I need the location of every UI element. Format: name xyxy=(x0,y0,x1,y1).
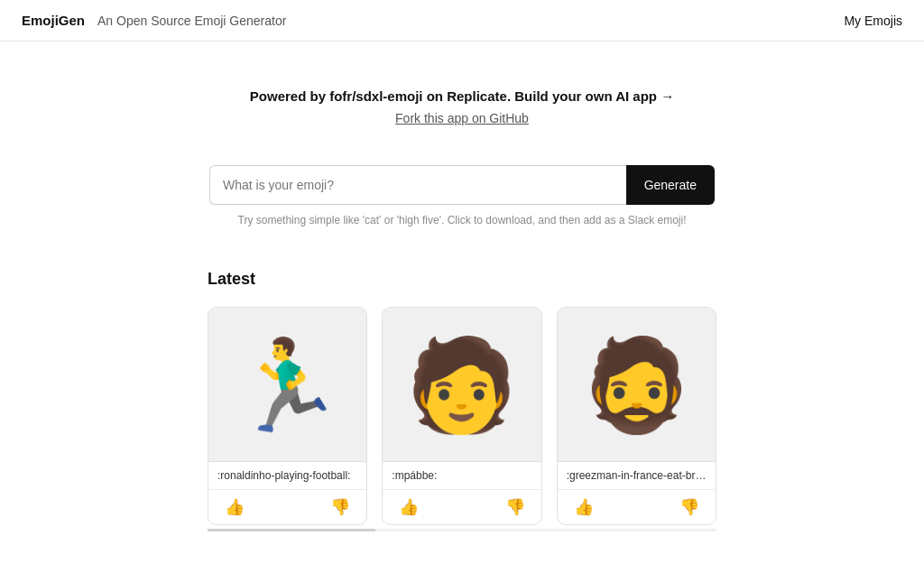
emoji-actions: 👍👎 xyxy=(383,489,541,524)
emoji-label: :greezman-in-france-eat-bre... xyxy=(558,461,716,489)
emoji-label: :ronaldinho-playing-football: xyxy=(208,461,366,489)
search-input[interactable] xyxy=(209,165,626,205)
header: EmojiGen An Open Source Emoji Generator … xyxy=(0,0,924,42)
header-tagline: An Open Source Emoji Generator xyxy=(97,14,286,28)
powered-text: Powered by fofr/sdxl-emoji on Replicate.… xyxy=(22,88,902,104)
my-emojis-link[interactable]: My Emojis xyxy=(844,14,902,28)
latest-title: Latest xyxy=(208,270,716,289)
generate-button[interactable]: Generate xyxy=(626,165,715,205)
upvote-button[interactable]: 👍 xyxy=(395,495,422,519)
hero-section: Powered by fofr/sdxl-emoji on Replicate.… xyxy=(0,42,924,125)
progress-bar xyxy=(208,529,375,531)
downvote-button[interactable]: 👎 xyxy=(502,495,529,519)
header-left: EmojiGen An Open Source Emoji Generator xyxy=(22,13,286,28)
emoji-card[interactable]: 🧔:greezman-in-france-eat-bre...👍👎 xyxy=(557,307,716,525)
emoji-card[interactable]: 🏃‍♂️:ronaldinho-playing-football:👍👎 xyxy=(208,307,367,525)
logo: EmojiGen xyxy=(22,13,85,28)
upvote-button[interactable]: 👍 xyxy=(570,495,597,519)
emoji-image: 🧑 xyxy=(383,308,541,461)
emoji-card[interactable]: 🧑:mpábbe:👍👎 xyxy=(382,307,541,525)
emoji-label: :mpábbe: xyxy=(383,461,541,489)
search-row: Generate xyxy=(209,165,715,205)
emoji-actions: 👍👎 xyxy=(558,489,716,524)
progress-bar-container xyxy=(208,529,716,531)
emoji-actions: 👍👎 xyxy=(208,489,366,524)
upvote-button[interactable]: 👍 xyxy=(221,495,248,519)
emoji-image: 🏃‍♂️ xyxy=(208,308,366,461)
emoji-grid: 🏃‍♂️:ronaldinho-playing-football:👍👎🧑:mpá… xyxy=(208,307,716,525)
latest-section: Latest 🏃‍♂️:ronaldinho-playing-football:… xyxy=(0,234,924,553)
emoji-image: 🧔 xyxy=(558,308,716,461)
fork-link[interactable]: Fork this app on GitHub xyxy=(22,111,902,125)
search-hint: Try something simple like 'cat' or 'high… xyxy=(238,214,687,226)
search-area: Generate Try something simple like 'cat'… xyxy=(0,125,924,234)
downvote-button[interactable]: 👎 xyxy=(676,495,703,519)
downvote-button[interactable]: 👎 xyxy=(327,495,354,519)
